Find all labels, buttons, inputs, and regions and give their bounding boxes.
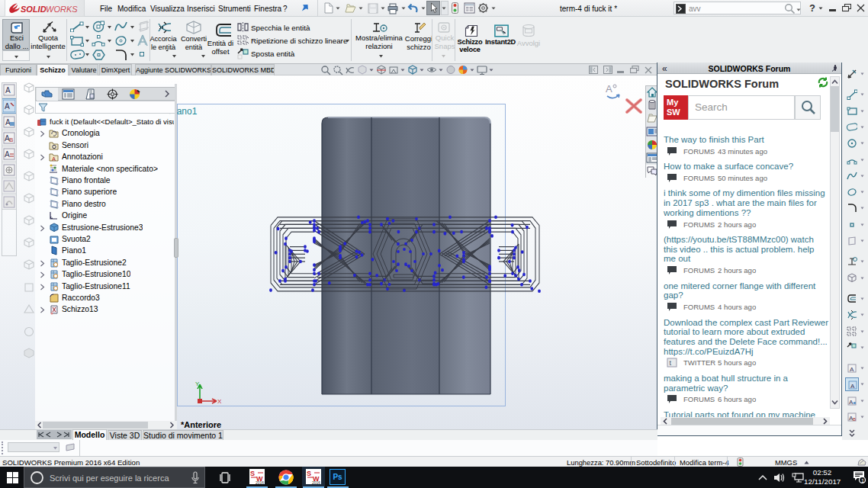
svg-text:A: A [850, 366, 854, 373]
svg-text:A: A [52, 156, 56, 162]
svg-text:A: A [850, 383, 855, 390]
svg-text:A: A [849, 399, 854, 406]
svg-text:B: B [853, 417, 856, 422]
svg-text:S: S [307, 470, 311, 477]
svg-text:2016: 2016 [256, 480, 264, 485]
svg-text:A: A [5, 150, 10, 159]
svg-text:A: A [5, 102, 10, 111]
svg-text:A: A [5, 118, 11, 127]
svg-text:A: A [606, 83, 612, 95]
svg-text:Y: Y [195, 380, 200, 387]
svg-text:1: 1 [861, 477, 864, 484]
svg-text:B: B [9, 136, 13, 143]
svg-text:X: X [217, 398, 222, 405]
svg-text:S: S [250, 470, 255, 477]
svg-text:2016: 2016 [312, 480, 320, 485]
svg-text:A: A [5, 86, 11, 95]
